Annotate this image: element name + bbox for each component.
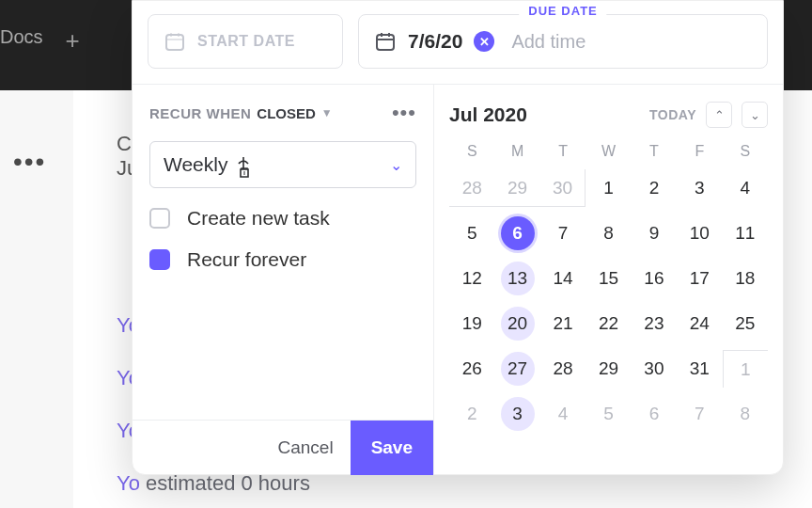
calendar-day[interactable]: 7 [540,214,586,252]
date-picker-popup: START DATE DUE DATE 7/6/20 ✕ Add time RE… [132,0,784,475]
calendar-day[interactable]: 6 [494,214,539,252]
frequency-value: Weekly [164,153,227,176]
calendar-day[interactable]: 5 [586,395,631,433]
calendar-day[interactable]: 3 [677,169,722,207]
dow-label: S [449,143,494,160]
calendar-day[interactable]: 9 [632,214,677,252]
add-time-button[interactable]: Add time [511,31,586,53]
calendar-day[interactable]: 1 [586,169,631,207]
calendar-day[interactable]: 6 [632,395,677,433]
calendar-day[interactable]: 8 [723,395,768,433]
calendar-day[interactable]: 28 [540,350,586,388]
dow-label: S [723,143,768,160]
calendar-day[interactable]: 10 [677,214,722,252]
calendar-day[interactable]: 31 [677,350,722,388]
start-date-placeholder: START DATE [197,33,295,50]
chevron-down-icon: ⌄ [390,156,402,174]
calendar-day[interactable]: 25 [723,305,768,342]
chevron-down-icon: ▼ [321,106,333,119]
dow-label: M [494,143,539,160]
next-month-button[interactable]: ⌄ [742,102,768,128]
calendar-day[interactable]: 14 [540,260,586,297]
start-date-field[interactable]: START DATE [148,14,343,69]
calendar-day[interactable]: 7 [677,395,722,433]
calendar-day[interactable]: 5 [449,214,494,252]
calendar-day[interactable]: 4 [723,169,768,207]
calendar-day[interactable]: 3 [494,395,539,433]
due-date-field[interactable]: DUE DATE 7/6/20 ✕ Add time [358,14,768,69]
calendar-day[interactable]: 30 [632,350,677,388]
calendar-day[interactable]: 24 [677,305,722,342]
calendar-day[interactable]: 29 [494,169,539,207]
calendar-icon [374,30,397,53]
calendar-day[interactable]: 1 [723,350,768,388]
calendar-day[interactable]: 13 [494,260,539,297]
dow-label: T [632,143,677,160]
save-button[interactable]: Save [351,421,433,475]
cancel-button[interactable]: Cancel [260,437,350,458]
calendar-grid: 2829301234567891011121314151617181920212… [449,169,768,433]
due-date-value: 7/6/20 [408,30,462,53]
due-date-label: DUE DATE [519,4,606,18]
clear-due-date-icon[interactable]: ✕ [474,31,494,52]
calendar-icon [164,30,186,53]
day-of-week-header: SMTWTFS [449,143,768,160]
calendar-day[interactable]: 11 [723,214,768,252]
checkbox-unchecked-icon[interactable] [149,208,170,229]
calendar-day[interactable]: 23 [632,305,677,342]
more-icon[interactable]: ••• [13,147,46,177]
svg-rect-4 [377,35,394,50]
more-options-icon[interactable]: ••• [392,101,416,125]
calendar-day[interactable]: 2 [632,169,677,207]
calendar-day[interactable]: 15 [586,260,631,297]
create-new-task-option[interactable]: Create new task [133,207,433,230]
recur-forever-option[interactable]: Recur forever [133,248,433,271]
recur-status-dropdown[interactable]: CLOSED [257,105,316,121]
calendar-day[interactable]: 26 [449,350,494,388]
calendar-month-label: Jul 2020 [449,103,527,126]
calendar-day[interactable]: 19 [449,305,494,342]
prev-month-button[interactable]: ⌃ [706,102,732,128]
dow-label: W [586,143,631,160]
calendar-day[interactable]: 12 [449,260,494,297]
calendar-day[interactable]: 27 [494,350,539,388]
calendar-day[interactable]: 30 [540,169,586,207]
cursor-icon [235,155,258,183]
dow-label: F [677,143,722,160]
calendar-day[interactable]: 22 [586,305,631,342]
calendar-day[interactable]: 4 [540,395,586,433]
svg-rect-0 [166,35,183,50]
dow-label: T [540,143,586,160]
calendar-day[interactable]: 20 [494,305,539,342]
calendar-day[interactable]: 29 [586,350,631,388]
calendar-day[interactable]: 28 [449,169,494,207]
calendar-panel: Jul 2020 TODAY ⌃ ⌄ SMTWTFS 2829301234567… [433,84,783,474]
calendar-day[interactable]: 2 [449,395,494,433]
calendar-day[interactable]: 17 [677,260,722,297]
today-button[interactable]: TODAY [649,107,696,122]
calendar-day[interactable]: 16 [632,260,677,297]
checkbox-checked-icon[interactable] [149,249,170,270]
calendar-day[interactable]: 8 [586,214,631,252]
recurrence-panel: RECUR WHEN CLOSED ▼ ••• Weekly ⌄ Create … [133,84,433,474]
calendar-day[interactable]: 21 [540,305,586,342]
frequency-select[interactable]: Weekly ⌄ [149,141,416,188]
recur-when-label: RECUR WHEN [149,105,251,121]
calendar-day[interactable]: 18 [723,260,768,297]
